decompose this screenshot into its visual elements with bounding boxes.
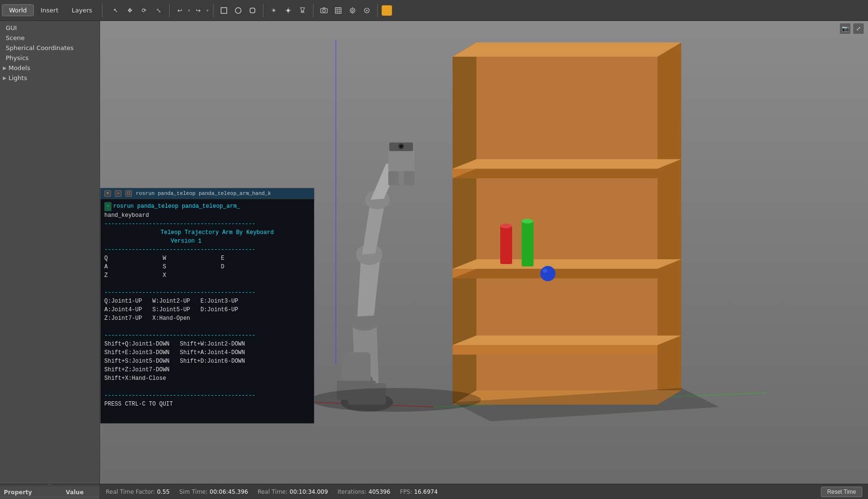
sidebar-item-physics[interactable]: Physics: [0, 53, 100, 63]
terminal-line-5: ----------------------------------------…: [104, 245, 310, 254]
terminal-line-15: ----------------------------------------…: [104, 331, 310, 340]
reset-time-button[interactable]: Reset Time: [821, 487, 862, 497]
rotate-tool-btn[interactable]: ⟳: [138, 4, 151, 17]
value-col-header: Value: [66, 489, 84, 496]
svg-point-81: [310, 388, 481, 412]
terminal-line-11: Q:Joint1-UP W:Joint2-UP E:Joint3-UP: [104, 297, 310, 306]
terminal-line-16: Shift+Q:Joint1-DOWN Shift+W:Joint2-DOWN: [104, 340, 310, 348]
terminal-line-23: PRESS CTRL-C TO QUIT: [104, 400, 310, 408]
terminal-maximize-btn[interactable]: □: [125, 190, 132, 197]
3d-viewport[interactable]: × – □ rosrun panda_teleop panda_teleop_a…: [100, 21, 868, 499]
svg-rect-79: [342, 352, 371, 383]
fps-label: FPS:: [400, 489, 412, 495]
terminal-line-19: Shift+Z:Joint7-DOWN: [104, 366, 310, 374]
scale-tool-btn[interactable]: ⤡: [152, 4, 165, 17]
menu-tab-insert[interactable]: Insert: [34, 5, 65, 16]
terminal-body[interactable]: ~ rosrun panda_teleop panda_teleop_arm_ …: [101, 199, 314, 423]
camera-btn[interactable]: [317, 4, 331, 17]
terminal-minimize-btn[interactable]: –: [115, 190, 121, 197]
toolbar-separator-5: [313, 4, 313, 17]
terminal-line-6: Q W E: [104, 254, 310, 263]
svg-rect-57: [500, 226, 512, 264]
svg-point-3: [287, 9, 290, 12]
spot-light-btn[interactable]: [296, 4, 309, 17]
svg-point-58: [500, 224, 512, 228]
terminal-titlebar: × – □ rosrun panda_teleop panda_teleop_a…: [101, 188, 314, 199]
svg-marker-8: [301, 8, 304, 11]
svg-rect-59: [522, 221, 534, 266]
terminal-line-10: ----------------------------------------…: [104, 288, 310, 297]
redo-btn[interactable]: ↪: [192, 4, 205, 17]
fps-item: FPS: 16.6974: [400, 489, 437, 495]
real-time-factor-item: Real Time Factor: 0.55: [106, 489, 170, 495]
svg-marker-47: [453, 42, 681, 57]
menu-tab-world[interactable]: World: [2, 4, 34, 16]
terminal-line-2: ----------------------------------------…: [104, 220, 310, 228]
color-swatch-btn[interactable]: [382, 5, 392, 16]
svg-marker-56: [453, 336, 681, 345]
terminal-title: rosrun panda_teleop panda_teleop_arm_han…: [136, 191, 310, 196]
sidebar-item-scene[interactable]: Scene: [0, 33, 100, 43]
iterations-label: Iterations:: [337, 489, 366, 495]
terminal-line-18: Shift+S:Joint5-DOWN Shift+D:Joint6-DOWN: [104, 357, 310, 366]
sidebar-item-spherical-coords[interactable]: Spherical Coordinates: [0, 43, 100, 53]
toolbar: ↖ ✥ ⟳ ⤡ ↩ ▾ ↪ ▾ ☀: [109, 4, 392, 17]
real-time-factor-label: Real Time Factor:: [106, 489, 155, 495]
sim-time-item: Sim Time: 00:06:45.396: [179, 489, 248, 495]
main-layout: GUI Scene Spherical Coordinates Physics …: [0, 21, 868, 499]
terminal-close-btn[interactable]: ×: [104, 190, 111, 197]
sidebar-item-gui[interactable]: GUI: [0, 23, 100, 33]
translate-tool-btn[interactable]: ✥: [123, 4, 137, 17]
toolbar-separator-3: [213, 4, 213, 17]
terminal-prompt-line: ~ rosrun panda_teleop panda_teleop_arm_: [104, 202, 310, 211]
box-shape-btn[interactable]: [217, 4, 231, 17]
terminal-window: × – □ rosrun panda_teleop panda_teleop_a…: [100, 188, 314, 424]
menu-tab-layers[interactable]: Layers: [65, 5, 99, 16]
svg-marker-50: [453, 159, 681, 169]
sim-time-value: 00:06:45.396: [210, 489, 248, 495]
grid-btn[interactable]: [332, 4, 345, 17]
real-time-item: Real Time: 00:10:34.009: [258, 489, 328, 495]
svg-point-60: [522, 219, 533, 224]
svg-rect-74: [404, 171, 414, 185]
select-tool-btn[interactable]: ↖: [109, 4, 122, 17]
viewport-expand-btn[interactable]: ⤢: [853, 23, 864, 34]
svg-point-12: [323, 9, 325, 12]
svg-point-61: [540, 266, 555, 281]
target-btn[interactable]: [346, 4, 359, 17]
terminal-line-13: Z:Joint7-UP X:Hand-Open: [104, 314, 310, 323]
sidebar-item-models[interactable]: ▶ Models: [0, 63, 100, 73]
point-light-btn[interactable]: [282, 4, 295, 17]
snap-btn[interactable]: [360, 4, 373, 17]
viewport-icons: 📷 ⤢: [839, 23, 864, 34]
redo-arrow: ▾: [206, 8, 209, 13]
svg-rect-73: [388, 171, 399, 185]
svg-marker-46: [657, 42, 681, 405]
svg-point-1: [235, 8, 241, 13]
directional-light-btn[interactable]: ☀: [267, 4, 281, 17]
sphere-shape-btn[interactable]: [232, 4, 245, 17]
property-col-header: Property: [4, 489, 51, 496]
svg-marker-51: [453, 169, 681, 178]
cylinder-shape-btn[interactable]: [246, 4, 259, 17]
terminal-line-1: hand_keyboard: [104, 211, 310, 220]
sidebar: GUI Scene Spherical Coordinates Physics …: [0, 21, 100, 499]
iterations-value: 405396: [369, 489, 391, 495]
lights-arrow-icon: ▶: [3, 75, 7, 81]
svg-point-23: [366, 10, 367, 11]
svg-point-62: [543, 269, 547, 273]
undo-btn[interactable]: ↩: [173, 4, 187, 17]
terminal-line-8: Z X: [104, 271, 310, 280]
toolbar-separator-2: [169, 4, 170, 17]
terminal-line-4: Version 1: [104, 237, 310, 245]
sidebar-item-lights[interactable]: ▶ Lights: [0, 73, 100, 83]
terminal-line-17: Shift+E:Joint3-DOWN Shift+A:Joint4-DOWN: [104, 348, 310, 357]
iterations-item: Iterations: 405396: [337, 489, 390, 495]
undo-arrow: ▾: [188, 8, 191, 13]
viewport-camera-btn[interactable]: 📷: [839, 23, 851, 34]
svg-point-19: [352, 10, 353, 11]
property-header: Property Value: [0, 488, 100, 497]
svg-marker-54: [453, 269, 681, 278]
sim-time-label: Sim Time:: [179, 489, 208, 495]
svg-rect-13: [335, 8, 341, 13]
